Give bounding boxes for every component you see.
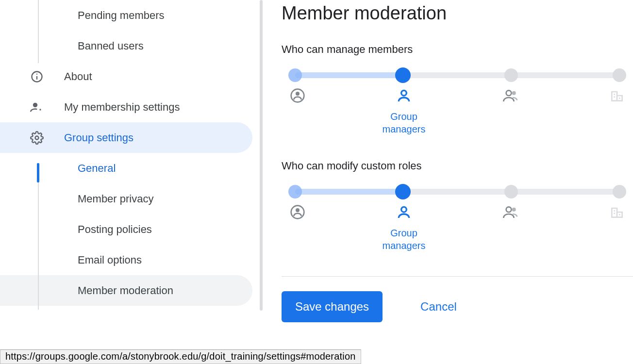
save-button[interactable]: Save changes [282,291,383,322]
person-circle-icon [290,88,305,105]
svg-point-8 [512,91,516,95]
main-content: Member moderation Who can manage members… [257,0,633,364]
svg-rect-17 [614,213,615,214]
nav-label: My membership settings [64,101,180,114]
person-gear-icon [29,100,45,114]
nav-label: Member privacy [78,193,153,205]
nav-group-settings[interactable]: Group settings [0,122,252,153]
svg-point-6 [401,90,407,96]
slider-manage-members[interactable]: Group owners Group managers Group member… [282,67,633,135]
svg-point-15 [512,208,516,212]
slider-modify-roles[interactable]: Group owners Group managers Group member… [282,184,633,252]
svg-point-7 [506,90,512,96]
nav-label: General [78,162,116,175]
nav-label: About [64,70,92,83]
people-icon [503,204,518,222]
nav-label: Group settings [64,132,133,144]
section-label-manage-members: Who can manage members [282,43,633,56]
svg-point-14 [506,207,512,212]
scrollbar[interactable] [260,0,263,311]
slider-selected-label: Group managers [383,227,426,252]
divider [282,276,633,277]
nav-my-membership-settings[interactable]: My membership settings [0,92,252,122]
svg-point-3 [33,102,37,107]
svg-point-4 [35,136,39,139]
building-icon [609,88,625,105]
person-icon [396,88,412,105]
svg-point-2 [36,73,37,74]
slider-thumb[interactable] [395,184,411,199]
nav-label: Member moderation [78,284,173,297]
nav-label: Banned users [78,40,144,52]
svg-point-5 [296,92,300,96]
cancel-button[interactable]: Cancel [407,291,470,322]
nav-label: Email options [78,254,142,266]
person-circle-icon [290,204,305,222]
page-title: Member moderation [282,3,633,24]
svg-point-13 [401,207,407,212]
section-label-modify-roles: Who can modify custom roles [282,160,633,172]
svg-rect-11 [619,98,620,99]
nav-label: Pending members [78,9,165,22]
slider-thumb[interactable] [395,67,411,83]
nav-about[interactable]: About [0,61,252,92]
browser-status-bar: https://groups.google.com/a/stonybrook.e… [0,349,361,364]
svg-rect-10 [614,96,615,98]
slider-selected-label: Group managers [383,110,426,135]
person-icon [396,204,412,222]
svg-rect-16 [614,210,615,212]
gear-icon [29,131,45,145]
svg-rect-18 [619,214,620,215]
svg-rect-9 [614,94,615,95]
building-icon [609,204,625,222]
people-icon [503,88,518,105]
nav-label: Posting policies [78,223,152,236]
info-icon [29,70,45,83]
sidebar: Pending members Banned users About My me… [0,0,257,364]
svg-point-12 [296,208,300,212]
